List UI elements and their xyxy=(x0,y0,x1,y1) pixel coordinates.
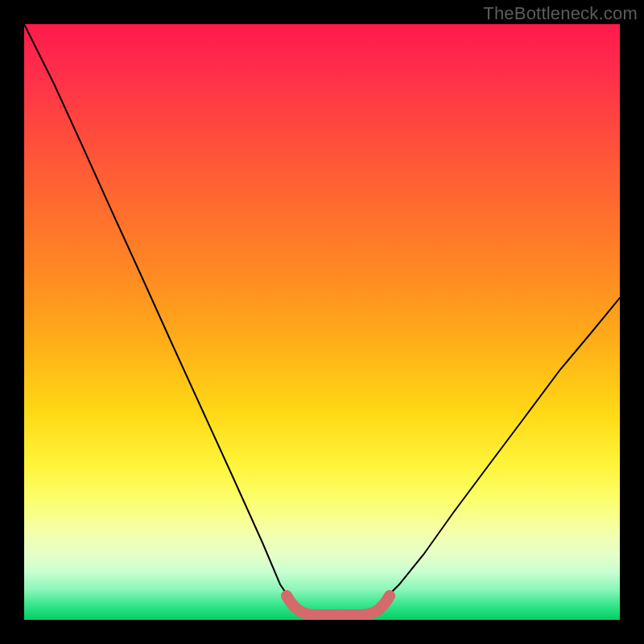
curve-right-branch xyxy=(369,298,620,611)
watermark-text: TheBottleneck.com xyxy=(483,3,638,24)
highlight-bottom-arc xyxy=(287,596,390,615)
plot-area xyxy=(24,24,620,620)
curve-overlay xyxy=(24,24,620,620)
curve-left-branch xyxy=(24,24,304,611)
chart-frame: TheBottleneck.com xyxy=(0,0,644,644)
